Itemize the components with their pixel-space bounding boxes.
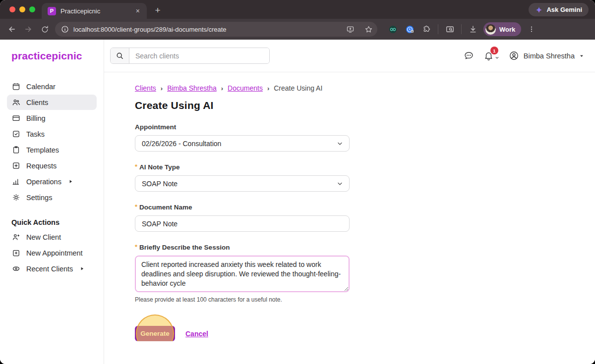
search-input[interactable] (129, 48, 269, 63)
breadcrumb-separator: › (161, 85, 163, 92)
forward-button[interactable] (20, 21, 36, 37)
ai-document-form: Appointment 02/26/2026 - Consultation * … (135, 123, 350, 341)
sidebar-nav: Calendar Clients Billing Tasks Templates (0, 79, 104, 205)
sidebar-item-label: Templates (26, 146, 59, 154)
minimize-window-button[interactable] (19, 6, 25, 12)
reload-button[interactable] (37, 21, 53, 37)
new-tab-button[interactable]: + (151, 3, 165, 17)
sidebar-item-label: Tasks (26, 130, 45, 138)
breadcrumb-client-name[interactable]: Bimba Shrestha (167, 84, 217, 92)
sidebar-item-clients[interactable]: Clients (7, 95, 97, 110)
appointment-value: 02/26/2026 - Consultation (142, 140, 221, 148)
url-text[interactable]: localhost:8000/client-groups/289/ai-docu… (73, 26, 339, 33)
chat-bubble-icon[interactable] (464, 51, 474, 61)
description-textarea[interactable]: Client reported increased anxiety this w… (135, 256, 350, 292)
user-plus-icon (12, 233, 20, 241)
chevron-down-icon (337, 180, 343, 187)
sidebar-item-calendar[interactable]: Calendar (7, 79, 97, 94)
back-arrow-icon (7, 25, 16, 34)
user-name: Bimba Shrestha (524, 52, 575, 60)
generate-button[interactable]: Generate (135, 326, 175, 341)
form-actions: Generate Cancel (135, 326, 350, 341)
sidebar-item-operations[interactable]: Operations (7, 174, 97, 189)
bookmark-star-icon[interactable] (361, 22, 375, 36)
app-logo[interactable]: practicepicnic (0, 50, 104, 62)
tab-title: Practicepicnic (60, 7, 129, 15)
person-circle-icon (509, 51, 519, 61)
browser-tab[interactable]: P Practicepicnic × (42, 3, 147, 19)
tasks-check-icon (12, 130, 20, 138)
breadcrumb: Clients › Bimba Shrestha › Documents › C… (135, 84, 595, 92)
password-manager-extension-icon[interactable] (402, 21, 417, 37)
cancel-link[interactable]: Cancel (185, 330, 208, 338)
breadcrumb-clients[interactable]: Clients (135, 84, 156, 92)
profile-avatar (485, 24, 496, 35)
zoom-window-button[interactable] (29, 6, 35, 12)
breadcrumb-separator: › (267, 85, 269, 92)
sidebar-item-billing[interactable]: Billing (7, 110, 97, 126)
search-icon[interactable] (111, 48, 129, 63)
required-asterisk: * (135, 204, 137, 210)
ask-gemini-button[interactable]: Ask Gemini (529, 3, 589, 16)
required-asterisk: * (135, 163, 137, 170)
sidebar-item-settings[interactable]: Settings (7, 190, 97, 205)
sidebar-item-requests[interactable]: Requests (7, 158, 97, 173)
gear-icon (12, 193, 20, 202)
install-page-icon[interactable] (343, 22, 357, 36)
sidebar-item-label: Operations (26, 178, 61, 186)
kebab-menu-icon[interactable] (524, 21, 539, 37)
appointment-select[interactable]: 02/26/2026 - Consultation (135, 135, 350, 152)
quick-action-new-appointment[interactable]: New Appointment (7, 245, 97, 260)
plus-square-icon (12, 161, 20, 170)
note-type-label: * AI Note Type (135, 163, 350, 171)
sidebar-item-label: Billing (26, 114, 46, 122)
sidebar-item-templates[interactable]: Templates (7, 142, 97, 157)
chevron-down-icon (579, 53, 584, 58)
address-bar[interactable]: localhost:8000/client-groups/289/ai-docu… (55, 22, 377, 37)
browser-window: P Practicepicnic × + Ask Gemini (0, 0, 595, 364)
quick-action-label: New Appointment (26, 249, 83, 257)
note-type-value: SOAP Note (142, 180, 178, 188)
breadcrumb-documents[interactable]: Documents (228, 84, 263, 92)
sidebar: practicepicnic Calendar Clients Billing … (0, 40, 104, 364)
quick-action-label: Recent Clients (26, 265, 73, 273)
download-icon[interactable] (465, 21, 481, 37)
user-menu[interactable]: Bimba Shrestha (509, 51, 584, 61)
appointment-label: Appointment (135, 123, 350, 131)
sidebar-item-label: Calendar (26, 83, 56, 91)
goggles-extension-icon[interactable] (385, 21, 401, 37)
submenu-arrow-icon (80, 266, 84, 271)
extensions-puzzle-icon[interactable] (418, 21, 434, 37)
users-icon (12, 98, 20, 106)
back-button[interactable] (4, 21, 20, 37)
toolbar-separator (461, 24, 462, 34)
page-content: Clients › Bimba Shrestha › Documents › C… (104, 72, 595, 341)
main-panel: 1 Bimba Shrestha Clients › Bimba Shresth… (104, 40, 595, 364)
tab-close-icon[interactable]: × (134, 6, 142, 15)
browser-toolbar: localhost:8000/client-groups/289/ai-docu… (0, 19, 595, 40)
document-name-input[interactable] (135, 215, 350, 232)
billing-card-icon (12, 114, 20, 122)
client-search (110, 48, 270, 64)
breadcrumb-separator: › (221, 85, 223, 92)
close-window-button[interactable] (9, 6, 15, 12)
quick-action-recent-clients[interactable]: Recent Clients (7, 261, 97, 276)
sidebar-item-label: Clients (26, 99, 48, 106)
notifications-button[interactable]: 1 (483, 51, 499, 61)
quick-action-label: New Client (26, 233, 61, 241)
search-tabs-icon[interactable] (442, 21, 458, 37)
description-label: * Briefly Describe the Session (135, 244, 350, 251)
calendar-plus-icon (12, 249, 20, 257)
quick-actions-title: Quick Actions (11, 218, 104, 226)
tab-favicon: P (48, 7, 56, 15)
note-type-select[interactable]: SOAP Note (135, 175, 350, 192)
sidebar-item-tasks[interactable]: Tasks (7, 126, 97, 142)
page-title: Create Using AI (135, 100, 595, 111)
window-controls (9, 6, 35, 12)
app-body: practicepicnic Calendar Clients Billing … (0, 40, 595, 364)
browser-profile-chip[interactable]: Work (483, 22, 521, 36)
document-name-label: * Document Name (135, 204, 350, 211)
quick-action-new-client[interactable]: New Client (7, 229, 97, 245)
site-info-icon[interactable] (61, 25, 69, 33)
reload-icon (41, 25, 49, 34)
